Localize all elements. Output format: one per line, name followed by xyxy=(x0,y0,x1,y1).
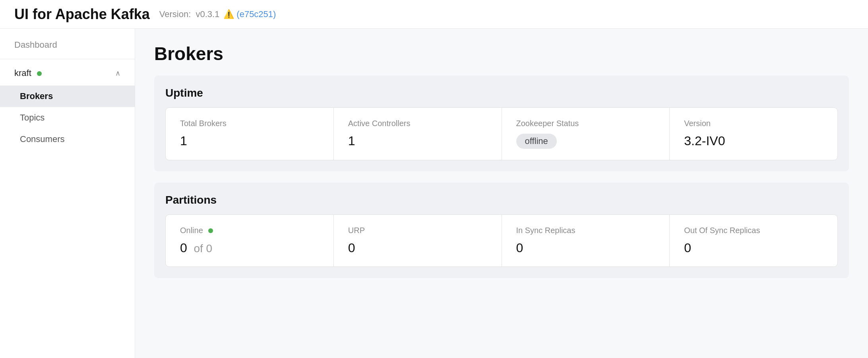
partitions-cards-row: Online 0 of 0 URP 0 xyxy=(165,214,838,267)
total-brokers-card: Total Brokers 1 xyxy=(166,108,334,160)
cluster-status-dot xyxy=(37,71,42,76)
total-brokers-value: 1 xyxy=(180,134,319,148)
version-label: Version: v0.3.1 xyxy=(159,9,220,19)
active-controllers-card: Active Controllers 1 xyxy=(334,108,502,160)
online-dot xyxy=(208,228,213,233)
main-content: Brokers Uptime Total Brokers 1 Active Co… xyxy=(135,29,868,358)
app-title: UI for Apache Kafka xyxy=(14,6,150,23)
urp-card: URP 0 xyxy=(334,215,502,267)
commit-link[interactable]: (e75c251) xyxy=(236,9,276,19)
status-badge: offline xyxy=(516,134,557,149)
sidebar-item-brokers[interactable]: Brokers xyxy=(0,86,135,107)
page-title: Brokers xyxy=(154,43,849,64)
total-brokers-label: Total Brokers xyxy=(180,119,319,128)
urp-label: URP xyxy=(348,226,487,235)
urp-value: 0 xyxy=(348,241,487,255)
out-of-sync-replicas-label: Out Of Sync Replicas xyxy=(684,226,823,235)
warning-icon: ⚠️ xyxy=(223,9,234,19)
online-card: Online 0 of 0 xyxy=(166,215,334,267)
sidebar-item-consumers[interactable]: Consumers xyxy=(0,128,135,150)
cluster-name: kraft xyxy=(14,68,42,78)
version-card: Version 3.2-IV0 xyxy=(670,108,837,160)
active-controllers-label: Active Controllers xyxy=(348,119,487,128)
sidebar-cluster-header[interactable]: kraft ∧ xyxy=(0,61,135,86)
sidebar-item-dashboard[interactable]: Dashboard xyxy=(0,33,135,59)
uptime-cards-row: Total Brokers 1 Active Controllers 1 Zoo… xyxy=(165,107,838,160)
sidebar: Dashboard kraft ∧ Brokers Topics Consume… xyxy=(0,29,135,358)
zookeeper-status-card: Zookeeper Status offline xyxy=(502,108,670,160)
in-sync-replicas-label: In Sync Replicas xyxy=(516,226,655,235)
uptime-section-title: Uptime xyxy=(165,87,838,99)
in-sync-replicas-value: 0 xyxy=(516,241,655,255)
partitions-section: Partitions Online 0 of 0 xyxy=(154,183,849,278)
app-header: UI for Apache Kafka Version: v0.3.1 ⚠️ (… xyxy=(0,0,868,29)
partitions-section-title: Partitions xyxy=(165,194,838,206)
out-of-sync-replicas-card: Out Of Sync Replicas 0 xyxy=(670,215,837,267)
in-sync-replicas-card: In Sync Replicas 0 xyxy=(502,215,670,267)
online-value: 0 of 0 xyxy=(180,241,319,255)
zookeeper-status-value: offline xyxy=(516,134,655,149)
online-suffix: of 0 xyxy=(191,242,212,255)
out-of-sync-replicas-value: 0 xyxy=(684,241,823,255)
active-controllers-value: 1 xyxy=(348,134,487,148)
chevron-up-icon: ∧ xyxy=(115,69,120,78)
zookeeper-status-label: Zookeeper Status xyxy=(516,119,655,128)
version-card-value: 3.2-IV0 xyxy=(684,134,823,148)
online-label: Online xyxy=(180,226,319,235)
main-layout: Dashboard kraft ∧ Brokers Topics Consume… xyxy=(0,29,868,358)
version-card-label: Version xyxy=(684,119,823,128)
sidebar-item-topics[interactable]: Topics xyxy=(0,107,135,128)
uptime-section: Uptime Total Brokers 1 Active Controller… xyxy=(154,76,849,171)
